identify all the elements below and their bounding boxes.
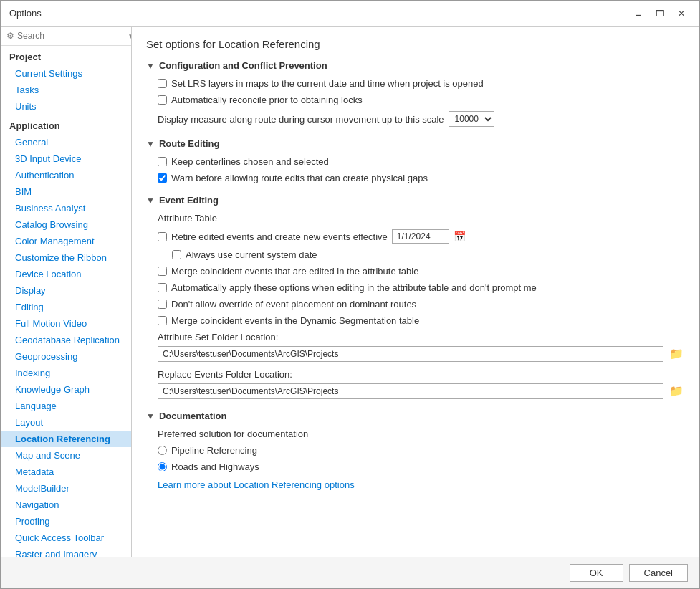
label-pipeline-referencing: Pipeline Referencing bbox=[171, 445, 257, 456]
radio-roads-highways[interactable] bbox=[158, 462, 167, 471]
option-auto-reconcile: Automatically reconcile prior to obtaini… bbox=[158, 95, 685, 105]
close-button[interactable]: ✕ bbox=[672, 6, 691, 21]
attr-set-folder-browse-button[interactable]: 📁 bbox=[668, 345, 685, 362]
main-content: Set options for Location Referencing ▼ C… bbox=[132, 27, 699, 557]
sidebar-item-tasks[interactable]: Tasks bbox=[1, 82, 131, 98]
label-auto-apply: Automatically apply these options when e… bbox=[171, 282, 537, 293]
checkbox-dont-allow-override[interactable] bbox=[158, 300, 167, 309]
sidebar-item-navigation[interactable]: Navigation bbox=[1, 497, 131, 513]
label-keep-centerlines: Keep centerlines chosen and selected bbox=[171, 156, 329, 167]
replace-events-folder-label: Replace Events Folder Location: bbox=[158, 369, 685, 380]
sidebar-item-catalog-browsing[interactable]: Catalog Browsing bbox=[1, 216, 131, 233]
option-roads-highways: Roads and Highways bbox=[158, 461, 685, 472]
replace-events-folder-input[interactable] bbox=[158, 383, 663, 399]
date-input-retire-events[interactable] bbox=[392, 229, 449, 244]
sidebar-item-language[interactable]: Language bbox=[1, 398, 131, 414]
sidebar-item-general[interactable]: General bbox=[1, 134, 131, 150]
title-controls: 🗕 🗖 ✕ bbox=[629, 6, 691, 21]
attr-set-folder-group: Attribute Set Folder Location: 📁 bbox=[158, 332, 685, 362]
sidebar-item-full-motion-video[interactable]: Full Motion Video bbox=[1, 315, 131, 332]
replace-events-folder-browse-button[interactable]: 📁 bbox=[668, 383, 685, 399]
sidebar-item-proofing[interactable]: Proofing bbox=[1, 513, 131, 530]
sidebar-item-color-management[interactable]: Color Management bbox=[1, 233, 131, 249]
collapse-icon-route-editing[interactable]: ▼ bbox=[146, 139, 155, 149]
checkbox-warn-route-edits[interactable] bbox=[158, 173, 167, 183]
replace-events-folder-row: 📁 bbox=[158, 383, 685, 399]
title-bar: Options 🗕 🗖 ✕ bbox=[1, 1, 699, 27]
collapse-icon-documentation[interactable]: ▼ bbox=[146, 411, 155, 421]
option-keep-centerlines: Keep centerlines chosen and selected bbox=[158, 156, 685, 167]
sidebar-item-business-analyst[interactable]: Business Analyst bbox=[1, 200, 131, 216]
attribute-table-label: Attribute Table bbox=[158, 213, 685, 224]
cancel-button[interactable]: Cancel bbox=[629, 564, 688, 582]
label-set-lrs-layers: Set LRS layers in maps to the current da… bbox=[171, 78, 484, 89]
options-dialog: Options 🗕 🗖 ✕ ⚙ ▼ Project Current Settin… bbox=[0, 0, 700, 589]
checkbox-merge-coincident-dynamic[interactable] bbox=[158, 316, 167, 325]
option-warn-route-edits: Warn before allowing route edits that ca… bbox=[158, 173, 685, 183]
section-event-editing-title: Event Editing bbox=[159, 195, 219, 206]
sidebar-item-3d-input-device[interactable]: 3D Input Device bbox=[1, 150, 131, 167]
sidebar-item-raster-and-imagery[interactable]: Raster and Imagery bbox=[1, 546, 131, 557]
calendar-icon[interactable]: 📅 bbox=[454, 231, 466, 242]
checkbox-keep-centerlines[interactable] bbox=[158, 157, 167, 166]
section-route-editing-header: ▼ Route Editing bbox=[146, 138, 685, 149]
section-documentation-header: ▼ Documentation bbox=[146, 411, 685, 421]
sidebar-item-layout[interactable]: Layout bbox=[1, 414, 131, 431]
radio-pipeline-referencing[interactable] bbox=[158, 446, 167, 455]
dialog-title: Options bbox=[9, 8, 42, 19]
option-merge-coincident: Merge coincident events that are edited … bbox=[158, 266, 685, 277]
sidebar-item-quick-access-toolbar[interactable]: Quick Access Toolbar bbox=[1, 530, 131, 546]
attr-set-folder-row: 📁 bbox=[158, 345, 685, 362]
sidebar-item-metadata[interactable]: Metadata bbox=[1, 464, 131, 480]
nav-list: Project Current Settings Tasks Units App… bbox=[1, 46, 131, 557]
maximize-button[interactable]: 🗖 bbox=[651, 6, 669, 21]
checkbox-merge-coincident[interactable] bbox=[158, 267, 167, 276]
section-event-editing-header: ▼ Event Editing bbox=[146, 195, 685, 206]
option-auto-apply: Automatically apply these options when e… bbox=[158, 282, 685, 293]
option-retire-edited-events: Retire edited events and create new even… bbox=[158, 229, 685, 244]
sidebar-item-knowledge-graph[interactable]: Knowledge Graph bbox=[1, 381, 131, 398]
section-route-editing-title: Route Editing bbox=[159, 138, 220, 149]
learn-more-link[interactable]: Learn more about Location Referencing op… bbox=[158, 479, 355, 490]
sidebar-item-customize-ribbon[interactable]: Customize the Ribbon bbox=[1, 249, 131, 266]
checkbox-retire-edited-events[interactable] bbox=[158, 232, 167, 241]
checkbox-set-lrs-layers[interactable] bbox=[158, 79, 167, 88]
checkbox-auto-reconcile[interactable] bbox=[158, 95, 167, 105]
label-scale-display: Display measure along route during curso… bbox=[158, 114, 444, 125]
option-dont-allow-override: Don't allow override of event placement … bbox=[158, 299, 685, 310]
sidebar-item-display[interactable]: Display bbox=[1, 282, 131, 299]
sidebar-item-units[interactable]: Units bbox=[1, 98, 131, 115]
sidebar-item-geoprocessing[interactable]: Geoprocessing bbox=[1, 348, 131, 365]
replace-events-folder-group: Replace Events Folder Location: 📁 bbox=[158, 369, 685, 399]
checkbox-auto-apply[interactable] bbox=[158, 283, 167, 292]
sidebar-item-indexing[interactable]: Indexing bbox=[1, 365, 131, 381]
collapse-icon-event-editing[interactable]: ▼ bbox=[146, 196, 155, 206]
search-input[interactable] bbox=[17, 31, 125, 41]
section-event-editing-body: Attribute Table Retire edited events and… bbox=[146, 213, 685, 399]
sidebar-item-current-settings[interactable]: Current Settings bbox=[1, 65, 131, 82]
ok-button[interactable]: OK bbox=[570, 564, 623, 582]
dialog-footer: OK Cancel bbox=[1, 557, 699, 588]
sidebar-item-editing[interactable]: Editing bbox=[1, 299, 131, 315]
sidebar-item-bim[interactable]: BIM bbox=[1, 183, 131, 200]
sidebar-item-location-referencing[interactable]: Location Referencing bbox=[1, 431, 131, 447]
section-event-editing: ▼ Event Editing Attribute Table Retire e… bbox=[146, 195, 685, 399]
sidebar-item-modelbuilder[interactable]: ModelBuilder bbox=[1, 480, 131, 497]
sidebar-item-geodatabase-replication[interactable]: Geodatabase Replication bbox=[1, 332, 131, 348]
checkbox-always-use-current-date[interactable] bbox=[172, 250, 181, 259]
scale-select[interactable]: 10000 5000 25000 bbox=[449, 111, 494, 127]
sidebar-item-authentication[interactable]: Authentication bbox=[1, 167, 131, 183]
sidebar-item-map-and-scene[interactable]: Map and Scene bbox=[1, 447, 131, 464]
page-title: Set options for Location Referencing bbox=[146, 38, 685, 50]
search-icon: ⚙ bbox=[6, 31, 14, 41]
sidebar: ⚙ ▼ Project Current Settings Tasks Units… bbox=[1, 27, 132, 557]
nav-group-application: Application bbox=[1, 115, 131, 134]
minimize-button[interactable]: 🗕 bbox=[629, 6, 648, 21]
label-warn-route-edits: Warn before allowing route edits that ca… bbox=[171, 173, 428, 183]
option-set-lrs-layers: Set LRS layers in maps to the current da… bbox=[158, 78, 685, 89]
label-retire-edited-events: Retire edited events and create new even… bbox=[171, 231, 388, 242]
sidebar-item-device-location[interactable]: Device Location bbox=[1, 266, 131, 282]
section-documentation-body: Preferred solution for documentation Pip… bbox=[146, 428, 685, 490]
collapse-icon-config[interactable]: ▼ bbox=[146, 61, 155, 71]
attr-set-folder-input[interactable] bbox=[158, 346, 663, 362]
